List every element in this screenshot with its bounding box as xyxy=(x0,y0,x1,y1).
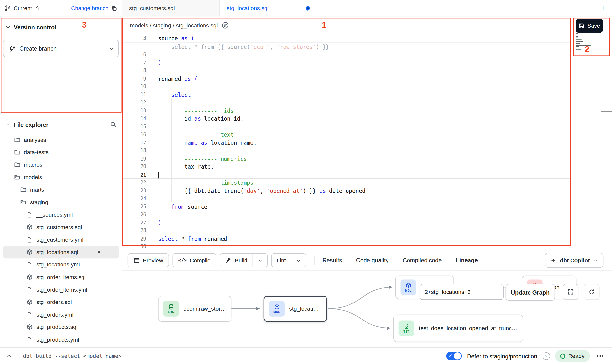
copy-icon[interactable] xyxy=(111,5,117,11)
file-icon xyxy=(26,287,33,293)
fullscreen-button[interactable] xyxy=(563,284,578,300)
line-content: source as ( xyxy=(158,34,194,42)
code-line-21[interactable]: 21 xyxy=(122,171,571,179)
panel-tab-results[interactable]: Results xyxy=(323,250,342,270)
code-line-19[interactable]: 19 ---------- numerics xyxy=(122,155,571,163)
chevron-up-icon[interactable] xyxy=(6,353,12,359)
update-graph-button[interactable]: Update Graph xyxy=(506,284,555,301)
save-button[interactable]: Save xyxy=(576,19,603,33)
lineage-node-stg_locations[interactable]: MDLstg_locations xyxy=(264,296,327,322)
tab-stg_locations.sql[interactable]: stg_locations.sql xyxy=(220,0,317,16)
help-icon[interactable]: ? xyxy=(542,352,550,360)
create-branch-button[interactable]: Create branch xyxy=(3,40,104,57)
search-icon[interactable] xyxy=(110,121,116,128)
panel-tab-lineage[interactable]: Lineage xyxy=(456,250,478,270)
file-tree-item-stg_products.yml[interactable]: stg_products.yml xyxy=(3,333,119,346)
refresh-button[interactable] xyxy=(584,284,599,300)
code-line-22[interactable]: 22 ---------- timestamps xyxy=(122,179,571,187)
file-tree-item-stg_locations.sql[interactable]: stg_locations.sql xyxy=(3,246,119,259)
cli-command[interactable]: dbt build --select <model_name> xyxy=(23,353,121,359)
code-line-12[interactable]: 12 xyxy=(122,99,571,107)
code-line-29[interactable]: 29select * from renamed xyxy=(122,235,571,243)
preview-button[interactable]: Preview xyxy=(128,253,169,267)
code-line-6[interactable]: 6 xyxy=(122,51,571,59)
file-tree-item-stg_locations.yml[interactable]: stg_locations.yml xyxy=(3,258,119,271)
panel-resize-handle[interactable] xyxy=(601,111,612,112)
code-line-26[interactable]: 26 xyxy=(122,211,571,219)
tab-stg_customers.sql[interactable]: stg_customers.sql xyxy=(122,0,220,16)
line-number: 20 xyxy=(122,163,146,171)
code-line-20[interactable]: 20 tax_rate, xyxy=(122,163,571,171)
node-label: ecom.raw_stores xyxy=(184,305,226,312)
code-line-14[interactable]: 14 id as location_id, xyxy=(122,115,571,123)
model-badge-icon: MDL xyxy=(269,301,285,316)
file-tree-item-data-tests[interactable]: data-tests xyxy=(3,146,119,159)
line-number: 16 xyxy=(122,131,146,139)
file-tree-item-__sources.yml[interactable]: __sources.yml xyxy=(3,208,119,221)
copilot-label: dbt Copilot xyxy=(560,257,590,263)
line-content: ---------- timestamps xyxy=(158,179,253,187)
bottom-panel: Preview </> Compile Build Lint xyxy=(122,250,612,347)
panel-tab-code-quality[interactable]: Code quality xyxy=(356,250,389,270)
file-tree-item-stg_orders.yml[interactable]: stg_orders.yml xyxy=(3,308,119,321)
code-line-17[interactable]: 17 name as location_name, xyxy=(122,139,571,147)
code-line-13[interactable]: 13 ---------- ids xyxy=(122,107,571,115)
file-tree-item-marts[interactable]: marts xyxy=(3,183,119,196)
file-explorer-header[interactable]: File explorer xyxy=(0,118,122,131)
file-tree-item-stg_orders.sql[interactable]: stg_orders.sql xyxy=(3,296,119,308)
file-tree-item-stg_products.sql[interactable]: stg_products.sql xyxy=(3,321,119,333)
defer-toggle[interactable]: ✓ xyxy=(446,352,462,360)
copy-link-icon[interactable] xyxy=(222,22,228,29)
file-tree-item-stg_order_items.sql[interactable]: stg_order_items.sql xyxy=(3,271,119,283)
change-branch-link[interactable]: Change branch xyxy=(71,5,108,11)
lineage-node-test_does_location_opened_at_trunc_t-[interactable]: TSTtest_does_location_opened_at_trunc_t.… xyxy=(393,315,523,342)
lineage-canvas[interactable]: SRCecom.raw_storesMDLstg_locationsMDLloc… xyxy=(122,270,612,348)
model-icon xyxy=(26,299,33,305)
lint-dropdown[interactable] xyxy=(291,254,306,267)
compile-button[interactable]: </> Compile xyxy=(172,253,216,267)
code-line-9[interactable]: 9renamed as ( xyxy=(122,75,571,83)
code-editor[interactable]: 3source as ( select * from {{ source('ec… xyxy=(122,34,571,250)
overflow-menu-icon[interactable] xyxy=(595,355,606,357)
lineage-node-ecom-raw_stores[interactable]: SRCecom.raw_stores xyxy=(158,296,231,322)
line-number: 15 xyxy=(122,123,146,131)
code-line-27[interactable]: 27) xyxy=(122,219,571,227)
minimap-line xyxy=(576,43,582,43)
code-line-28[interactable]: 28 xyxy=(122,227,571,235)
code-line-15[interactable]: 15 xyxy=(122,123,571,131)
build-button[interactable]: Build xyxy=(220,254,252,267)
code-line-23[interactable]: 23 {{ dbt.date_trunc('day', 'opened_at')… xyxy=(122,187,571,195)
create-branch-dropdown[interactable] xyxy=(104,40,118,57)
ready-status-badge[interactable]: Ready xyxy=(555,350,590,362)
dbt-copilot-button[interactable]: dbt Copilot xyxy=(545,253,603,268)
minimap[interactable] xyxy=(576,33,591,51)
lineage-selector-input[interactable] xyxy=(420,284,504,300)
code-line-18[interactable]: 18 xyxy=(122,147,571,155)
code-line-7[interactable]: 7), xyxy=(122,59,571,67)
git-branch-icon xyxy=(5,5,11,11)
version-control-header[interactable]: Version control xyxy=(0,21,122,33)
code-line-8[interactable]: 8 xyxy=(122,67,571,75)
code-line-16[interactable]: 16 ---------- text xyxy=(122,131,571,139)
file-tree-item-analyses[interactable]: analyses xyxy=(3,133,119,146)
code-line-11[interactable]: 11 select xyxy=(122,91,571,99)
code-line-30[interactable]: 30 xyxy=(122,243,571,250)
code-line-25[interactable]: 25 from source xyxy=(122,203,571,211)
code-line-24[interactable]: 24 xyxy=(122,195,571,203)
file-tree-item-staging[interactable]: staging xyxy=(3,196,119,208)
code-line-10[interactable]: 10 xyxy=(122,83,571,91)
file-tree-item-stg_order_items.yml[interactable]: stg_order_items.yml xyxy=(3,283,119,296)
code-line-3[interactable]: 3source as ( xyxy=(122,34,571,43)
file-tree-item-stg_customers.sql[interactable]: stg_customers.sql xyxy=(3,221,119,234)
file-tree-item-models[interactable]: models xyxy=(3,171,119,183)
lint-button[interactable]: Lint xyxy=(271,254,291,267)
file-name: analyses xyxy=(24,137,46,143)
file-tree-item-macros[interactable]: macros xyxy=(3,159,119,171)
lock-icon xyxy=(35,6,40,11)
build-dropdown[interactable] xyxy=(252,254,267,267)
new-tab-button[interactable]: + xyxy=(594,0,612,16)
code-line-hidden[interactable]: select * from {{ source('ecom', 'raw_sto… xyxy=(122,43,571,51)
panel-tab-compiled-code[interactable]: Compiled code xyxy=(403,250,442,270)
minimap-line xyxy=(576,49,581,50)
file-tree-item-stg_customers.yml[interactable]: stg_customers.yml xyxy=(3,233,119,246)
